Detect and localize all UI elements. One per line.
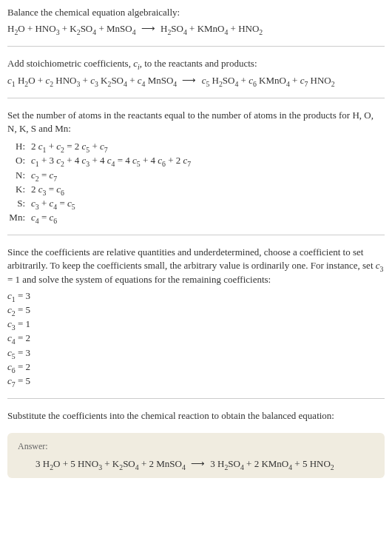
divider <box>7 98 385 98</box>
intro-section: Balance the chemical equation algebraica… <box>7 6 385 36</box>
stoich-section: Add stoichiometric coefficients, ci, to … <box>7 57 385 87</box>
coefficient-row: c7 = 5 <box>7 374 385 388</box>
atom-label: O: <box>9 154 31 167</box>
substitute-section: Substitute the coefficients into the che… <box>7 409 385 423</box>
atom-equation: 2 c1 + c2 = 2 c5 + c7 <box>31 140 385 153</box>
atom-row: Mn: c4 = c6 <box>9 211 385 224</box>
atom-equation: c4 = c6 <box>31 211 385 224</box>
atom-label: H: <box>9 140 31 153</box>
atom-row: H: 2 c1 + c2 = 2 c5 + c7 <box>9 140 385 153</box>
atoms-text: Set the number of atoms in the reactants… <box>7 109 385 135</box>
atom-equation: c1 + 3 c2 + 4 c3 + 4 c4 = 4 c5 + 4 c6 + … <box>31 154 385 167</box>
answer-equation: 3 H2O + 5 HNO3 + K2SO4 + 2 MnSO4 ⟶ 3 H2S… <box>18 457 374 471</box>
atom-row: N: c2 = c7 <box>9 169 385 182</box>
atom-row: O: c1 + 3 c2 + 4 c3 + 4 c4 = 4 c5 + 4 c6… <box>9 154 385 167</box>
solve-text: Since the coefficients are relative quan… <box>7 246 385 286</box>
solve-section: Since the coefficients are relative quan… <box>7 246 385 388</box>
atom-label: S: <box>9 197 31 210</box>
atom-label: K: <box>9 183 31 196</box>
atom-row: S: c3 + c4 = c5 <box>9 197 385 210</box>
divider <box>7 46 385 47</box>
coefficient-row: c3 = 1 <box>7 317 385 331</box>
coefficient-row: c5 = 3 <box>7 346 385 360</box>
atom-equation: c3 + c4 = c5 <box>31 197 385 210</box>
coefficient-row: c6 = 2 <box>7 360 385 374</box>
answer-box: Answer: 3 H2O + 5 HNO3 + K2SO4 + 2 MnSO4… <box>7 433 385 478</box>
intro-equation: H2O + HNO3 + K2SO4 + MnSO4 ⟶ H2SO4 + KMn… <box>7 22 385 36</box>
atom-row: K: 2 c3 = c6 <box>9 183 385 196</box>
intro-text: Balance the chemical equation algebraica… <box>7 6 385 19</box>
stoich-text: Add stoichiometric coefficients, ci, to … <box>7 57 385 70</box>
atom-table: H: 2 c1 + c2 = 2 c5 + c7 O: c1 + 3 c2 + … <box>9 140 385 224</box>
divider <box>7 398 385 399</box>
coefficient-row: c1 = 3 <box>7 289 385 303</box>
atoms-section: Set the number of atoms in the reactants… <box>7 109 385 225</box>
stoich-equation: c1 H2O + c2 HNO3 + c3 K2SO4 + c4 MnSO4 ⟶… <box>7 74 385 87</box>
coefficient-row: c2 = 5 <box>7 303 385 317</box>
coefficient-row: c4 = 2 <box>7 332 385 345</box>
divider <box>7 235 385 235</box>
coefficient-list: c1 = 3 c2 = 5 c3 = 1 c4 = 2 c5 = 3 c6 = … <box>7 289 385 388</box>
substitute-text: Substitute the coefficients into the che… <box>7 409 385 423</box>
answer-label: Answer: <box>18 440 374 453</box>
atom-equation: c2 = c7 <box>31 169 385 182</box>
atom-equation: 2 c3 = c6 <box>31 183 385 196</box>
atom-label: Mn: <box>9 211 31 224</box>
atom-label: N: <box>9 169 31 182</box>
